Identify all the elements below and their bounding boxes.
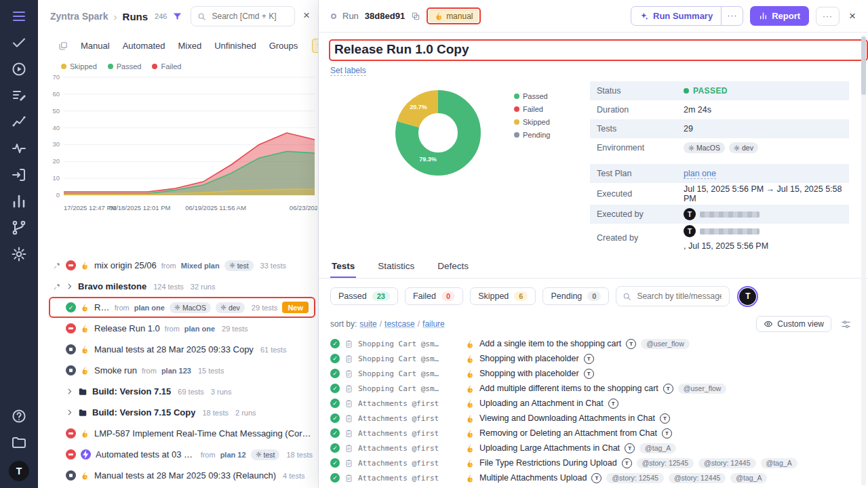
set-labels-link[interactable]: Set labels: [330, 66, 366, 76]
menu-icon[interactable]: [11, 8, 27, 24]
runs-tab-unfinished[interactable]: Unfinished: [214, 41, 256, 51]
tab-statistics[interactable]: Statistics: [376, 255, 416, 278]
info-row: Created byT, Jul 15, 2025 5:56 PM: [590, 224, 849, 252]
help-icon[interactable]: [11, 408, 27, 424]
run-row-title: Release Run 1.0 Copy: [94, 302, 110, 312]
run-row[interactable]: Release Run 1.0fromplan one29 tests: [38, 318, 318, 339]
test-tag[interactable]: @story: 12445: [669, 473, 726, 483]
plan-link[interactable]: plan 12: [220, 451, 246, 459]
close-detail-button[interactable]: ×: [849, 9, 856, 23]
import-icon[interactable]: [11, 167, 27, 183]
custom-view-button[interactable]: Custom view: [756, 316, 831, 332]
run-row[interactable]: mix origin 25/06fromMixed plantest33 tes…: [38, 255, 318, 276]
sort-suite-link[interactable]: suite: [359, 319, 376, 329]
runs-search-input[interactable]: [210, 11, 288, 22]
assignee-avatar[interactable]: T: [739, 288, 756, 305]
projects-icon[interactable]: [11, 434, 27, 451]
copy-run-id-icon[interactable]: [411, 12, 420, 21]
sort-testcase-link[interactable]: testcase: [384, 319, 415, 329]
filter-failed[interactable]: Failed0: [405, 287, 463, 305]
run-row[interactable]: LMP-587 Implement Real-Time Chat Messagi…: [38, 423, 318, 444]
test-row[interactable]: ✓Attachments @firstImage Preview on Clic…: [319, 485, 868, 488]
settings-icon[interactable]: [11, 246, 27, 262]
test-row[interactable]: ✓Attachments @firstUploading an Attachme…: [319, 396, 868, 411]
user-avatar[interactable]: T: [9, 461, 29, 481]
icon-rail: T: [0, 0, 38, 488]
tab-tests[interactable]: Tests: [330, 255, 356, 278]
tests-search[interactable]: [616, 286, 730, 306]
test-plan-link[interactable]: plan one: [684, 169, 716, 179]
plan-link[interactable]: plan 123: [161, 367, 191, 375]
runs-tab-manual[interactable]: Manual: [81, 41, 110, 51]
test-row[interactable]: ✓Shopping Cart @sm…Shopping with placeho…: [319, 351, 868, 366]
branches-icon[interactable]: [11, 220, 27, 236]
activity-icon[interactable]: [11, 140, 27, 157]
run-row[interactable]: Automated tests at 03 Jul 2025 13:25from…: [38, 444, 318, 465]
runs-tab-test[interactable]: test: [312, 39, 319, 53]
runs-tab-groups[interactable]: Groups: [269, 41, 298, 51]
filter-pending[interactable]: Pending0: [542, 287, 609, 305]
test-tag[interactable]: @tag_A: [761, 458, 797, 468]
run-row[interactable]: ✓Release Run 1.0 Copyfromplan oneMacOSde…: [49, 297, 315, 318]
runs-tabs: ManualAutomatedMixedUnfinishedGroupstest: [38, 33, 318, 58]
test-tag[interactable]: @user_flow: [641, 339, 690, 349]
filter-skipped[interactable]: Skipped6: [470, 287, 536, 305]
run-row[interactable]: Build: Version 7.1569 tests3 runs: [38, 381, 318, 402]
test-row[interactable]: ✓Attachments @firstFile Type Restriction…: [319, 455, 868, 470]
svg-text:06/23/202: 06/23/202: [290, 204, 317, 211]
tab-defects[interactable]: Defects: [436, 255, 470, 278]
runs-tab-mixed[interactable]: Mixed: [178, 41, 202, 51]
tests-search-input[interactable]: [635, 291, 723, 302]
test-row[interactable]: ✓Attachments @firstMultiple Attachments …: [319, 470, 868, 485]
report-button[interactable]: Report: [750, 6, 809, 26]
runs-tab-automated[interactable]: Automated: [123, 41, 165, 51]
filter-passed[interactable]: Passed23: [330, 287, 398, 305]
tests-icon[interactable]: [11, 35, 27, 51]
run-summary-more-button[interactable]: ···: [721, 7, 743, 25]
run-row[interactable]: Build: Version 7.15 Copy18 tests2 runs: [38, 402, 318, 423]
close-runs-panel-button[interactable]: ×: [303, 9, 310, 22]
run-label: Run: [342, 11, 359, 21]
test-row[interactable]: ✓Attachments @firstUploading Large Attac…: [319, 441, 868, 455]
test-tag[interactable]: @tag_A: [639, 443, 676, 453]
breadcrumb-brand[interactable]: Zyntra Spark: [50, 11, 108, 22]
more-actions-button[interactable]: ···: [816, 7, 840, 26]
plan-link[interactable]: plan one: [184, 325, 215, 333]
detail-scrollbar[interactable]: [861, 35, 866, 485]
view-settings-icon[interactable]: [841, 319, 851, 329]
run-meta: 32 runs: [191, 283, 216, 291]
flame-icon: [466, 369, 475, 378]
test-tag[interactable]: @user_flow: [678, 384, 727, 394]
plan-link[interactable]: plan one: [134, 304, 165, 312]
test-tag[interactable]: @story: 12445: [698, 458, 755, 468]
run-row[interactable]: Manual tests at 28 Mar 2025 09:33 (Relau…: [38, 465, 318, 486]
test-row[interactable]: ✓Shopping Cart @sm…Shopping with placeho…: [319, 366, 868, 381]
donut-legend-item: Passed: [514, 92, 550, 100]
test-tag[interactable]: @story: 12545: [637, 458, 694, 468]
test-plans-icon[interactable]: [11, 87, 27, 104]
run-row[interactable]: Manual tests at 28 Mar 2025 09:33 Copy61…: [38, 339, 318, 360]
breadcrumb-section[interactable]: Runs: [123, 11, 149, 22]
test-row[interactable]: ✓Attachments @firstViewing and Downloadi…: [319, 411, 868, 426]
run-title-annotation: Release Run 1.0 Copy: [329, 39, 868, 61]
sort-failure-link[interactable]: failure: [422, 319, 445, 329]
test-tag[interactable]: @story: 12545: [606, 473, 663, 483]
run-id: 38d8ed91: [365, 11, 405, 21]
scrollbar-thumb[interactable]: [861, 37, 866, 95]
test-row[interactable]: ✓Shopping Cart @sm…Add a single item to …: [319, 336, 868, 351]
test-row[interactable]: ✓Attachments @firstRemoving or Deleting …: [319, 426, 868, 441]
run-summary-button[interactable]: Run Summary: [631, 7, 721, 25]
runs-search[interactable]: [191, 6, 295, 26]
plan-link[interactable]: Mixed plan: [181, 262, 220, 270]
reports-icon[interactable]: [11, 193, 27, 209]
runs-icon[interactable]: [11, 61, 27, 77]
run-row[interactable]: Smoke runfromplan 12315 tests: [38, 360, 318, 381]
gear-icon: [174, 304, 180, 310]
analytics-icon[interactable]: [11, 114, 27, 130]
testcase-icon: [344, 414, 353, 423]
test-tag[interactable]: @tag_A: [730, 473, 767, 483]
test-row[interactable]: ✓Shopping Cart @sm…Add multiple differen…: [319, 381, 868, 396]
filter-funnel-icon[interactable]: [172, 12, 182, 22]
author-avatar-icon: T: [622, 458, 632, 468]
run-row[interactable]: Bravo milestone124 tests32 runs: [38, 276, 318, 297]
